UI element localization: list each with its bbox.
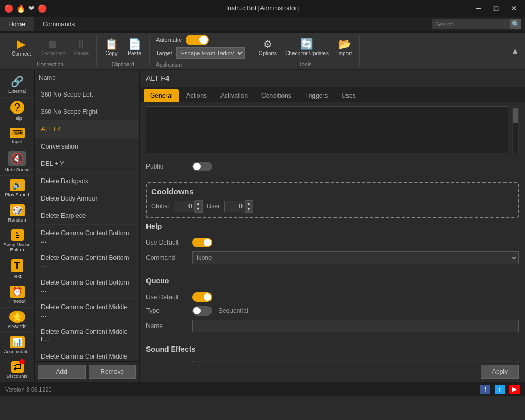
maximize-button[interactable]: □ (489, 3, 503, 14)
commands-list: 360 No Scope Left 360 No Scope Right ALT… (35, 86, 139, 361)
sidebar-item-play-sound[interactable]: 🔊 Play Sound (0, 176, 34, 201)
ribbon-collapse[interactable]: ▲ (511, 35, 521, 67)
tab-commands[interactable]: Commands (34, 17, 83, 32)
help-use-default-toggle[interactable] (192, 238, 212, 247)
sidebar-label-input: Input (12, 139, 22, 144)
tab-conditions[interactable]: Conditions (255, 89, 298, 102)
sidebar-label-play-sound: Play Sound (5, 192, 29, 197)
paste-icon: 📄 (128, 39, 141, 49)
list-item[interactable]: Delete Gamma Content Bottom ... (35, 225, 139, 249)
list-item[interactable]: Delete Earpiece (35, 207, 139, 225)
sidebar-item-accumulator[interactable]: 📊 Accumulator (0, 333, 34, 358)
global-increment-button[interactable]: ▲ (195, 201, 202, 206)
sidebar-item-swap-mouse[interactable]: 🖱 Swap Mouse Button (0, 226, 34, 256)
footer-facebook-icon[interactable]: f (480, 385, 490, 394)
list-item[interactable]: Conversation (35, 138, 139, 155)
user-label: User (207, 203, 220, 210)
disconnect-button[interactable]: ⏹ Disconnect (36, 37, 68, 58)
sidebar-label-mute-sound: Mute Sound (4, 167, 30, 172)
clipboard-buttons: 📋 Copy 📄 Paste (101, 35, 145, 60)
pause-label: Pause (74, 50, 89, 56)
check-updates-button[interactable]: 🔄 Check for Updates (282, 37, 332, 58)
list-item[interactable]: Delete Gamma Content Bottom ... (35, 249, 139, 274)
list-item[interactable]: Delete Gamma Content Bottom ... (35, 274, 139, 299)
sidebar-item-help[interactable]: ? Help (0, 98, 34, 124)
ribbon-toolbar: ▶ Connect ⏹ Disconnect ⏸ Pause Connectio… (0, 33, 525, 70)
tools-buttons: ⚙ Options 🔄 Check for Updates 📂 Import (256, 35, 355, 60)
global-label: Global (151, 203, 170, 210)
connect-button[interactable]: ▶ Connect (8, 36, 34, 59)
tab-uses[interactable]: Uses (335, 89, 362, 102)
footer-twitter-icon[interactable]: t (495, 385, 505, 394)
random-icon: 🎲 (10, 204, 25, 216)
list-item[interactable]: Delete Gamma Content Middle ... (35, 348, 139, 361)
queue-section: Use Default Type Sequential Name (140, 288, 525, 341)
app-title: InstructBot [Administrator] (226, 5, 299, 12)
copy-button[interactable]: 📋 Copy (101, 37, 122, 58)
timeout-icon: ⏰ (10, 286, 25, 298)
sidebar: 🔗 External ? Help ⌨ Input 🔇 Mute Sound 🔊… (0, 70, 35, 382)
sidebar-item-rewards[interactable]: ⭐ Rewards (0, 308, 34, 333)
list-item-active[interactable]: ALT F4 (35, 121, 139, 138)
paste-button[interactable]: 📄 Paste (124, 37, 145, 58)
sidebar-item-mute-sound[interactable]: 🔇 Mute Sound (0, 148, 34, 176)
tab-general[interactable]: General (144, 89, 179, 102)
options-label: Options (259, 50, 277, 56)
tab-triggers[interactable]: Triggers (299, 89, 334, 102)
command-description-textarea[interactable] (146, 106, 508, 153)
search-input[interactable] (432, 19, 510, 29)
list-item[interactable]: Delete Gamma Content Middle ... (35, 299, 139, 323)
automatic-label: Automatic (156, 37, 182, 43)
queue-type-label: Type (146, 307, 188, 314)
minimize-button[interactable]: ─ (471, 3, 485, 14)
sound-start-select[interactable]: None (192, 361, 519, 362)
sidebar-item-discounts[interactable]: 🏷! Discounts (0, 358, 34, 382)
automatic-toggle[interactable] (186, 35, 209, 45)
list-item[interactable]: 360 No Scope Left (35, 86, 139, 103)
help-command-select[interactable]: None (192, 251, 519, 264)
remove-command-button[interactable]: Remove (89, 365, 136, 379)
target-dropdown[interactable]: Escape From Tarkov (176, 47, 245, 59)
sidebar-item-text[interactable]: T Text (0, 256, 34, 282)
user-decrement-button[interactable]: ▼ (245, 206, 253, 212)
footer-youtube-icon[interactable]: ▶ (509, 385, 520, 394)
disconnect-label: Disconnect (39, 50, 65, 56)
detail-textarea-scrollbar[interactable] (512, 106, 519, 153)
sidebar-item-timeout[interactable]: ⏰ Timeout (0, 282, 34, 308)
user-increment-button[interactable]: ▲ (245, 201, 253, 206)
text-icon: T (11, 259, 23, 272)
sidebar-item-external[interactable]: 🔗 External (0, 72, 34, 98)
queue-name-input[interactable] (192, 320, 519, 332)
add-command-button[interactable]: Add (38, 365, 86, 379)
tab-home[interactable]: Home (0, 17, 34, 32)
global-value-input[interactable]: 0 (174, 201, 195, 212)
apply-button-wrap: Apply (140, 362, 525, 382)
pause-button[interactable]: ⏸ Pause (71, 37, 92, 58)
user-value-input[interactable]: 0 (224, 201, 245, 212)
search-button[interactable]: 🔍 (510, 19, 521, 29)
close-button[interactable]: ✕ (507, 3, 521, 14)
options-button[interactable]: ⚙ Options (256, 37, 280, 58)
list-item[interactable]: Delete Gamma Content Middle L... (35, 323, 139, 348)
ribbon-toolbar-inner: ▶ Connect ⏹ Disconnect ⏸ Pause Connectio… (0, 33, 525, 69)
queue-use-default-label: Use Default (146, 293, 188, 301)
public-row: Public (146, 162, 519, 171)
tab-activation[interactable]: Activation (214, 89, 254, 102)
list-item[interactable]: 360 No Scope Right (35, 103, 139, 121)
list-item[interactable]: Delete Body Armour (35, 190, 139, 207)
public-toggle[interactable] (192, 162, 212, 171)
sidebar-item-random[interactable]: 🎲 Random (0, 201, 34, 226)
list-item[interactable]: Delete Backpack (35, 173, 139, 190)
sidebar-item-input[interactable]: ⌨ Input (0, 124, 34, 148)
import-button[interactable]: 📂 Import (334, 37, 355, 58)
check-updates-icon: 🔄 (300, 39, 313, 49)
queue-use-default-toggle[interactable] (192, 292, 212, 302)
main-area: 🔗 External ? Help ⌨ Input 🔇 Mute Sound 🔊… (0, 70, 525, 382)
queue-type-toggle[interactable] (192, 306, 212, 316)
tab-actions[interactable]: Actions (180, 89, 213, 102)
global-decrement-button[interactable]: ▼ (195, 206, 202, 212)
list-item[interactable]: DEL + Y (35, 155, 139, 173)
accumulator-icon: 📊 (10, 336, 25, 348)
apply-button[interactable]: Apply (481, 365, 519, 379)
cooldowns-title: Cooldowns (151, 187, 513, 196)
